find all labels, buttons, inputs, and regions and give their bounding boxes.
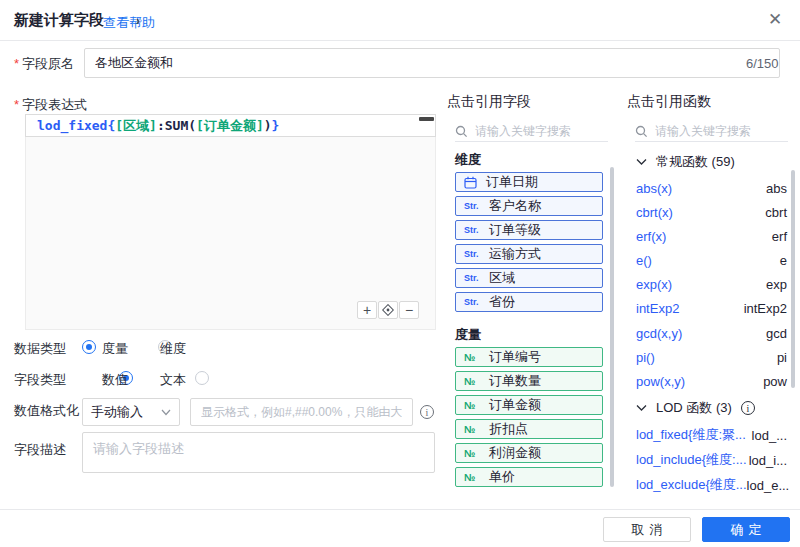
code-paren: ) <box>264 118 272 133</box>
measure-item[interactable]: № 折扣点 <box>455 419 603 439</box>
measure-item[interactable]: № 订单数量 <box>455 371 603 391</box>
fields-search-input[interactable] <box>475 124 590 138</box>
measure-item[interactable]: № 订单金额 <box>455 395 603 415</box>
function-name[interactable]: cbrt(x) <box>636 205 673 220</box>
function-row[interactable]: lod_exclude{维度... lod_e... <box>636 476 787 494</box>
fields-search-box[interactable] <box>455 121 608 142</box>
radio-dimension-label[interactable]: 维度 <box>160 340 186 358</box>
function-row[interactable]: e() e <box>636 253 787 268</box>
radio-numeric-label[interactable]: 数值 <box>102 371 128 389</box>
font-increase-button[interactable]: + <box>357 301 377 319</box>
description-textarea[interactable] <box>82 432 435 473</box>
function-row[interactable]: abs(x) abs <box>636 181 787 196</box>
radio-text-label[interactable]: 文本 <box>160 371 186 389</box>
measure-item[interactable]: № 利润金额 <box>455 443 603 463</box>
functions-search-input[interactable] <box>655 124 770 138</box>
select-value: 手动输入 <box>91 403 143 421</box>
function-row[interactable]: gcd(x,y) gcd <box>636 326 787 341</box>
new-calculated-field-dialog: 新建计算字段 查看帮助 › ✕ *字段原名 6/150 *字段表达式 lod_f… <box>0 0 800 547</box>
close-icon[interactable]: ✕ <box>768 11 782 28</box>
field-type-label: 字段类型 <box>14 371 66 389</box>
function-row[interactable]: intExp2 intExp2 <box>636 301 787 316</box>
field-name-label: *字段原名 <box>14 55 74 73</box>
function-name[interactable]: pi() <box>636 350 655 365</box>
field-name-input[interactable] <box>84 48 780 78</box>
code-active-line[interactable]: lod_fixed{[区域]:SUM([订单金额])} <box>25 114 436 137</box>
field-item-label: 订单编号 <box>489 348 541 366</box>
function-name[interactable]: e() <box>636 253 652 268</box>
lod-functions-group-header[interactable]: LOD 函数 (3) i <box>636 399 755 417</box>
code-function: :SUM( <box>157 118 196 133</box>
function-row[interactable]: lod_fixed{维度:聚... lod_... <box>636 426 787 444</box>
field-item-label: 区域 <box>489 269 515 287</box>
group-label: LOD 函数 (3) <box>656 399 732 417</box>
number-format-select[interactable]: 手动输入 <box>82 398 180 426</box>
regular-functions-group-header[interactable]: 常规函数 (59) <box>636 153 735 171</box>
dimension-item[interactable]: Str. 客户名称 <box>455 196 603 216</box>
header-divider <box>0 40 800 41</box>
font-decrease-button[interactable]: − <box>399 301 419 319</box>
function-alias: cbrt <box>765 205 787 220</box>
function-alias: lod_... <box>752 428 787 443</box>
dimension-item[interactable]: 订单日期 <box>455 172 603 192</box>
radio-text[interactable] <box>195 371 209 385</box>
function-row[interactable]: pi() pi <box>636 350 787 365</box>
lod-info-icon[interactable]: i <box>741 401 755 415</box>
field-item-label: 运输方式 <box>489 245 541 263</box>
format-pattern-input[interactable] <box>190 398 413 426</box>
function-alias: intExp2 <box>744 301 787 316</box>
chevron-down-icon <box>636 158 647 166</box>
function-name[interactable]: abs(x) <box>636 181 672 196</box>
dimension-item[interactable]: Str. 订单等级 <box>455 220 603 240</box>
confirm-button[interactable]: 确定 <box>702 517 790 542</box>
measure-item[interactable]: № 订单编号 <box>455 347 603 367</box>
function-row[interactable]: erf(x) erf <box>636 229 787 244</box>
string-type-icon: Str. <box>464 201 480 211</box>
char-counter: 6/150 <box>746 56 779 71</box>
reset-locate-button[interactable] <box>378 301 398 319</box>
confirm-button-label: 确定 <box>726 521 767 539</box>
chevron-down-icon <box>161 409 171 416</box>
function-name[interactable]: exp(x) <box>636 277 672 292</box>
measures-section-label: 度量 <box>455 326 481 344</box>
function-row[interactable]: cbrt(x) cbrt <box>636 205 787 220</box>
cancel-button-label: 取消 <box>627 521 668 539</box>
number-type-icon: № <box>464 400 480 411</box>
field-item-label: 订单数量 <box>489 372 541 390</box>
required-asterisk: * <box>14 97 19 112</box>
dimension-item[interactable]: Str. 省份 <box>455 292 603 312</box>
function-name[interactable]: erf(x) <box>636 229 666 244</box>
function-row[interactable]: lod_include{维度:... lod_i... <box>636 451 787 469</box>
function-alias: gcd <box>766 326 787 341</box>
expression-editor[interactable]: lod_fixed{[区域]:SUM([订单金额])} + − <box>25 114 436 330</box>
function-name[interactable]: lod_fixed{维度:聚... <box>636 426 746 444</box>
dimension-item[interactable]: Str. 运输方式 <box>455 244 603 264</box>
field-item-label: 折扣点 <box>489 420 528 438</box>
measure-item[interactable]: № 单价 <box>455 467 603 487</box>
function-alias: e <box>780 253 787 268</box>
format-info-icon[interactable]: i <box>420 405 434 419</box>
footer-divider <box>0 509 800 510</box>
functions-search-box[interactable] <box>635 121 788 142</box>
function-name[interactable]: lod_include{维度:... <box>636 451 747 469</box>
dimensions-section-label: 维度 <box>455 151 481 169</box>
fields-scrollbar-thumb[interactable] <box>610 167 614 487</box>
help-link[interactable]: 查看帮助 <box>103 14 155 32</box>
function-row[interactable]: pow(x,y) pow <box>636 374 787 389</box>
dimension-item[interactable]: Str. 区域 <box>455 268 603 288</box>
field-item-label: 省份 <box>489 293 515 311</box>
functions-scrollbar-thumb[interactable] <box>791 170 795 388</box>
search-icon <box>635 125 648 138</box>
chevron-down-icon <box>636 404 647 412</box>
function-name[interactable]: lod_exclude{维度... <box>636 476 747 494</box>
function-name[interactable]: gcd(x,y) <box>636 326 682 341</box>
function-name[interactable]: pow(x,y) <box>636 374 685 389</box>
cancel-button[interactable]: 取消 <box>603 517 691 542</box>
minus-icon: − <box>405 302 413 318</box>
editor-scrollbar-thumb[interactable] <box>419 117 434 121</box>
radio-measure-label[interactable]: 度量 <box>102 340 128 358</box>
help-arrow-icon[interactable]: › <box>136 14 140 28</box>
radio-measure[interactable] <box>82 340 96 354</box>
function-row[interactable]: exp(x) exp <box>636 277 787 292</box>
function-name[interactable]: intExp2 <box>636 301 679 316</box>
